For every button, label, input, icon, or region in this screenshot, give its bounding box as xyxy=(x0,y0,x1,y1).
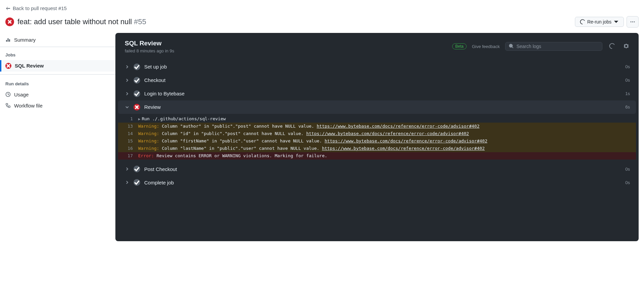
log-text-span: Column "id" in "public"."post" cannot ha… xyxy=(159,131,306,136)
log-line: 15Warning: Column "firstName" in "public… xyxy=(118,137,636,145)
log-line-text: Warning: Column "lastName" in "public"."… xyxy=(138,145,629,152)
log-line-number: 16 xyxy=(118,145,138,152)
check-circle-icon xyxy=(133,77,140,84)
log-warning-label: Warning: xyxy=(138,146,159,151)
log-line-text: Warning: Column "author" in "public"."po… xyxy=(138,123,629,130)
sync-icon xyxy=(580,19,585,25)
log-block: 1▶Run ./.github/actions/sql-review13Warn… xyxy=(118,114,636,163)
log-line: 16Warning: Column "lastName" in "public"… xyxy=(118,145,636,152)
log-line: 14Warning: Column "id" in "public"."post… xyxy=(118,130,636,137)
check-circle-icon xyxy=(133,179,140,186)
log-link[interactable]: https://www.bytebase.com/docs/reference/… xyxy=(322,146,485,151)
log-link[interactable]: https://www.bytebase.com/docs/reference/… xyxy=(325,138,487,143)
chevron-icon xyxy=(124,167,130,171)
step-row[interactable]: Login to Bytebase1s xyxy=(118,87,636,100)
check-circle-icon xyxy=(133,166,140,172)
search-logs-wrapper[interactable] xyxy=(505,42,602,51)
step-name: Review xyxy=(144,104,625,110)
job-title: SQL Review xyxy=(125,40,174,47)
x-circle-icon xyxy=(5,63,11,69)
sidebar-details-heading: Run details xyxy=(0,74,115,89)
graph-icon xyxy=(5,37,11,42)
sidebar-job-label: SQL Review xyxy=(15,63,44,69)
clock-icon xyxy=(5,92,11,97)
search-icon xyxy=(509,44,514,49)
svg-point-0 xyxy=(631,21,632,22)
give-feedback-link[interactable]: Give feedback xyxy=(472,44,500,49)
step-row[interactable]: Post Checkout0s xyxy=(118,162,636,176)
run-caret-icon: ▶ xyxy=(138,117,141,121)
sidebar-detail-usage[interactable]: Usage xyxy=(0,89,115,100)
step-row[interactable]: Complete job0s xyxy=(118,176,636,189)
log-warning-label: Warning: xyxy=(138,131,159,136)
rerun-label: Re-run jobs xyxy=(587,19,611,25)
run-title-text: feat: add user table without not null xyxy=(17,17,132,26)
log-line: 17Error: Review contains ERROR or WARNIN… xyxy=(118,152,636,160)
run-number: #55 xyxy=(134,17,146,26)
chevron-icon xyxy=(124,181,130,184)
step-row[interactable]: Checkout0s xyxy=(118,74,636,87)
search-logs-input[interactable] xyxy=(517,44,599,49)
beta-badge: Beta xyxy=(452,43,467,49)
sidebar-summary-label: Summary xyxy=(14,37,36,43)
chevron-icon xyxy=(124,92,130,95)
svg-point-2 xyxy=(634,21,635,22)
step-duration: 6s xyxy=(625,104,630,110)
log-line-number: 14 xyxy=(118,130,138,137)
sync-icon xyxy=(609,43,615,49)
step-row[interactable]: Review6s xyxy=(118,100,636,114)
x-circle-icon xyxy=(133,104,140,111)
step-duration: 0s xyxy=(625,78,630,83)
kebab-icon xyxy=(630,19,635,25)
step-duration: 1s xyxy=(625,91,630,96)
run-title: feat: add user table without not null #5… xyxy=(17,17,146,26)
step-duration: 0s xyxy=(625,64,630,69)
rerun-jobs-button[interactable]: Re-run jobs xyxy=(575,17,624,27)
more-actions-button[interactable] xyxy=(627,16,639,28)
sidebar-detail-label: Usage xyxy=(14,92,29,97)
log-settings-button[interactable] xyxy=(622,42,631,51)
sidebar-detail-label: Workflow file xyxy=(14,103,43,109)
workflow-icon xyxy=(5,103,11,108)
svg-rect-4 xyxy=(6,103,8,105)
back-link[interactable]: Back to pull request #15 xyxy=(5,5,67,11)
check-circle-icon xyxy=(133,90,140,97)
log-text-span: Column "lastName" in "public"."user" can… xyxy=(159,146,322,151)
log-warning-label: Warning: xyxy=(138,124,159,129)
svg-rect-5 xyxy=(8,106,10,107)
log-line: 13Warning: Column "author" in "public"."… xyxy=(118,123,636,130)
log-error-label: Error: xyxy=(138,153,154,158)
step-duration: 0s xyxy=(625,180,630,185)
log-text-span: Run ./.github/actions/sql-review xyxy=(142,116,226,121)
log-line-number: 17 xyxy=(118,152,138,160)
arrow-left-icon xyxy=(5,6,11,11)
sidebar-summary[interactable]: Summary xyxy=(0,33,115,47)
sidebar: Summary Jobs SQL Review Run details Usag… xyxy=(0,33,115,111)
chevron-icon xyxy=(124,79,130,82)
log-line-text: Warning: Column "id" in "public"."post" … xyxy=(138,130,629,137)
check-circle-icon xyxy=(133,63,140,70)
step-name: Checkout xyxy=(144,77,625,83)
sidebar-job-item[interactable]: SQL Review xyxy=(0,60,115,72)
log-line-text: Warning: Column "firstName" in "public".… xyxy=(138,137,629,145)
log-text-span: Review contains ERROR or WARNING violati… xyxy=(154,153,327,158)
log-line-text: Error: Review contains ERROR or WARNING … xyxy=(138,152,629,160)
refresh-logs-button[interactable] xyxy=(608,42,616,51)
log-line-text: ▶Run ./.github/actions/sql-review xyxy=(138,115,629,123)
sidebar-jobs-heading: Jobs xyxy=(0,47,115,60)
run-title-group: feat: add user table without not null #5… xyxy=(5,17,146,26)
log-link[interactable]: https://www.bytebase.com/docs/reference/… xyxy=(317,124,479,129)
step-name: Login to Bytebase xyxy=(144,91,625,96)
step-name: Post Checkout xyxy=(144,166,625,172)
log-line-number: 1 xyxy=(118,115,138,123)
chevron-icon xyxy=(124,65,130,69)
back-link-text: Back to pull request #15 xyxy=(13,5,67,11)
step-duration: 0s xyxy=(625,167,630,172)
chevron-icon xyxy=(124,105,130,109)
sidebar-detail-workflow-file[interactable]: Workflow file xyxy=(0,100,115,111)
log-line-number: 15 xyxy=(118,137,138,145)
step-row[interactable]: Set up job0s xyxy=(118,60,636,74)
log-link[interactable]: https://www.bytebase.com/docs/reference/… xyxy=(306,131,469,136)
log-line-number: 13 xyxy=(118,123,138,130)
job-log-panel: SQL Review failed 8 minutes ago in 9s Be… xyxy=(115,33,639,241)
